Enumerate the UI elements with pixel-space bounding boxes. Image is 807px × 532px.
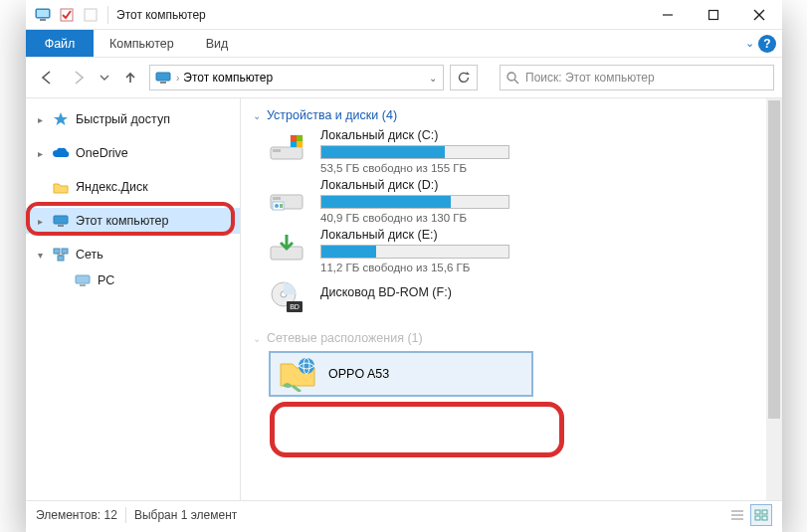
drive-c[interactable]: Локальный диск (C:) 53,5 ГБ свободно из … bbox=[267, 128, 782, 178]
svg-rect-22 bbox=[271, 147, 303, 159]
status-bar: Элементов: 12 Выбран 1 элемент bbox=[26, 500, 782, 528]
svg-rect-25 bbox=[291, 135, 297, 141]
separator bbox=[107, 6, 108, 24]
close-button[interactable] bbox=[736, 0, 782, 30]
svg-point-11 bbox=[507, 73, 515, 81]
svg-text:BD: BD bbox=[290, 303, 300, 310]
svg-rect-26 bbox=[297, 135, 303, 141]
up-button[interactable] bbox=[117, 65, 143, 90]
storage-bar bbox=[320, 245, 509, 259]
refresh-button[interactable] bbox=[450, 65, 478, 90]
svg-rect-6 bbox=[709, 10, 718, 19]
network-folder-icon bbox=[279, 356, 318, 392]
svg-rect-33 bbox=[280, 204, 283, 208]
svg-rect-13 bbox=[54, 216, 68, 224]
scrollbar[interactable] bbox=[766, 98, 782, 500]
pc-icon bbox=[52, 212, 70, 230]
content-pane: ⌄ Устройства и диски (4) Локальный диск … bbox=[241, 98, 782, 500]
svg-rect-14 bbox=[58, 225, 64, 227]
network-icon bbox=[52, 246, 70, 264]
explorer-window: Этот компьютер Файл Компьютер Вид ⌄ ? › … bbox=[26, 0, 782, 532]
drive-icon bbox=[267, 228, 306, 267]
scroll-thumb[interactable] bbox=[768, 100, 780, 419]
sidebar-item-quick-access[interactable]: ▸ Быстрый доступ bbox=[26, 106, 240, 132]
svg-point-39 bbox=[299, 358, 314, 374]
svg-rect-44 bbox=[755, 510, 760, 514]
qat-dropdown-icon[interactable] bbox=[80, 4, 101, 26]
disc-icon: BD bbox=[267, 277, 306, 317]
pc-icon bbox=[74, 271, 92, 289]
chevron-down-icon: ⌄ bbox=[253, 110, 261, 121]
svg-rect-28 bbox=[297, 141, 303, 147]
sidebar-item-this-pc[interactable]: ▸ Этот компьютер bbox=[26, 208, 240, 234]
minimize-button[interactable] bbox=[645, 0, 691, 30]
star-icon bbox=[52, 110, 70, 128]
chevron-down-icon: ⌄ bbox=[253, 333, 261, 344]
svg-rect-45 bbox=[762, 510, 767, 514]
title-bar: Этот компьютер bbox=[26, 0, 782, 30]
this-pc-icon bbox=[32, 4, 54, 26]
group-title: Устройства и диски (4) bbox=[267, 108, 397, 122]
network-location-oppo[interactable]: OPPO A53 bbox=[269, 351, 533, 397]
svg-rect-23 bbox=[273, 149, 281, 152]
view-details-icon[interactable] bbox=[726, 504, 748, 526]
navigation-pane: ▸ Быстрый доступ ▸ OneDrive ▸ Яндекс.Дис… bbox=[26, 98, 241, 500]
svg-rect-15 bbox=[54, 249, 60, 254]
breadcrumb-dropdown[interactable]: ⌄ bbox=[427, 73, 439, 84]
window-title: Этот компьютер bbox=[116, 8, 206, 22]
sidebar-item-yandex-disk[interactable]: ▸ Яндекс.Диск bbox=[26, 174, 240, 200]
storage-bar bbox=[320, 195, 509, 209]
sidebar-item-onedrive[interactable]: ▸ OneDrive bbox=[26, 140, 240, 166]
forward-button[interactable] bbox=[66, 65, 92, 90]
tab-file[interactable]: Файл bbox=[26, 30, 94, 57]
storage-bar bbox=[320, 145, 509, 159]
address-bar: › Этот компьютер ⌄ Поиск: Этот компьютер bbox=[26, 58, 782, 97]
tab-view[interactable]: Вид bbox=[190, 30, 245, 57]
properties-icon[interactable] bbox=[56, 4, 78, 26]
drive-icon bbox=[267, 128, 306, 168]
group-devices-header[interactable]: ⌄ Устройства и диски (4) bbox=[241, 98, 782, 128]
svg-rect-1 bbox=[37, 10, 49, 17]
search-placeholder: Поиск: Этот компьютер bbox=[525, 71, 655, 85]
breadcrumb-current[interactable]: Этот компьютер bbox=[183, 71, 273, 85]
svg-rect-46 bbox=[755, 516, 760, 520]
view-tiles-icon[interactable] bbox=[750, 504, 772, 526]
svg-point-32 bbox=[275, 204, 279, 208]
pc-icon bbox=[154, 69, 172, 87]
svg-rect-2 bbox=[40, 19, 46, 21]
search-icon bbox=[506, 72, 519, 85]
svg-line-12 bbox=[514, 80, 518, 84]
svg-rect-30 bbox=[273, 197, 281, 200]
sidebar-item-network-pc[interactable]: ▸ PC bbox=[26, 267, 240, 293]
quick-access-toolbar bbox=[32, 4, 101, 26]
back-button[interactable] bbox=[34, 65, 60, 90]
item-count: Элементов: 12 bbox=[36, 508, 117, 522]
svg-rect-27 bbox=[291, 141, 297, 147]
separator bbox=[125, 507, 126, 523]
svg-rect-10 bbox=[160, 82, 166, 84]
chevron-right-icon: › bbox=[176, 73, 179, 84]
svg-rect-16 bbox=[62, 249, 68, 254]
tab-computer[interactable]: Компьютер bbox=[94, 30, 190, 57]
network-location-label: OPPO A53 bbox=[328, 367, 389, 381]
svg-rect-4 bbox=[85, 9, 97, 21]
group-title: Сетевые расположения (1) bbox=[267, 331, 423, 345]
maximize-button[interactable] bbox=[691, 0, 736, 30]
history-dropdown[interactable] bbox=[98, 65, 111, 90]
help-icon[interactable]: ? bbox=[758, 35, 776, 53]
svg-rect-20 bbox=[76, 275, 90, 283]
drive-icon bbox=[267, 178, 306, 218]
group-network-header[interactable]: ⌄ Сетевые расположения (1) bbox=[241, 321, 782, 351]
ribbon-expand-icon[interactable]: ⌄ bbox=[745, 37, 754, 50]
selection-status: Выбран 1 элемент bbox=[134, 508, 237, 522]
sidebar-item-network[interactable]: ▾ Сеть bbox=[26, 242, 240, 267]
breadcrumb[interactable]: › Этот компьютер ⌄ bbox=[149, 65, 444, 90]
drive-d[interactable]: Локальный диск (D:) 40,9 ГБ свободно из … bbox=[267, 178, 782, 228]
drive-e[interactable]: Локальный диск (E:) 11,2 ГБ свободно из … bbox=[267, 228, 782, 277]
folder-icon bbox=[52, 178, 70, 196]
ribbon: Файл Компьютер Вид ⌄ ? bbox=[26, 30, 782, 58]
drive-f-bdrom[interactable]: BD Дисковод BD-ROM (F:) bbox=[267, 277, 782, 321]
search-input[interactable]: Поиск: Этот компьютер bbox=[500, 65, 774, 90]
svg-rect-47 bbox=[762, 516, 767, 520]
body: ▸ Быстрый доступ ▸ OneDrive ▸ Яндекс.Дис… bbox=[26, 97, 782, 500]
